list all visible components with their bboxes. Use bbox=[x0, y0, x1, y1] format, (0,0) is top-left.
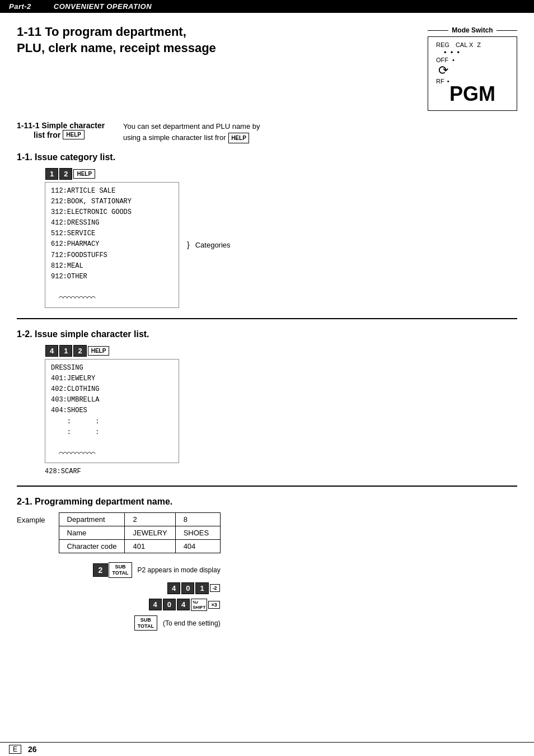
header-bar: Part-2 CONVENIENT OPERATION bbox=[0, 0, 534, 13]
mode-switch-box: REG CAL X Z • • • OFF • ⟳ RF • bbox=[428, 36, 517, 111]
step2-key-4[interactable]: 4 bbox=[167, 582, 180, 594]
dial-symbol: ⟳ bbox=[438, 63, 448, 78]
simple-char-display: DRESSING 401:JEWELRY 402:CLOTHING 403:UM… bbox=[45, 359, 179, 464]
footer: E 26 bbox=[0, 742, 534, 756]
subsection-title-left: 1-11-1 Simple character list fror HELP bbox=[17, 121, 118, 139]
categories-label-row: } Categories bbox=[187, 240, 231, 249]
issue-2-display-wrapper: DRESSING 401:JEWELRY 402:CLOTHING 403:UM… bbox=[45, 359, 517, 476]
help-key-1[interactable]: HELP bbox=[73, 169, 95, 179]
table-cell-name-jewelry: JEWELRY bbox=[125, 526, 175, 540]
section-title-line1: 1-11 To program department, bbox=[17, 24, 216, 40]
main-content: 1-11 To program department, PLU, clerk n… bbox=[0, 13, 534, 644]
table-row-dept: Department 2 8 bbox=[59, 513, 220, 526]
step1-note: P2 appears in mode display bbox=[138, 566, 221, 574]
help-key-2[interactable]: HELP bbox=[88, 346, 110, 356]
key-4[interactable]: 4 bbox=[45, 345, 58, 357]
issue-1-key-row: 1 2 HELP bbox=[45, 168, 517, 180]
issue-1-content: 1 2 HELP 112:ARTICLE SALE 212:BOOK, STAT… bbox=[45, 168, 517, 308]
key-2b[interactable]: 2 bbox=[73, 345, 86, 357]
mode-switch-area: Mode Switch REG CAL X Z • • • OFF • bbox=[428, 26, 517, 111]
programming-right: Department 2 8 Name JEWELRY SHOES Charac… bbox=[53, 512, 221, 633]
page-number: 26 bbox=[28, 745, 37, 754]
step4-subtotal-key[interactable]: SUBTOTAL bbox=[134, 615, 157, 631]
step3-key-4b[interactable]: 4 bbox=[177, 599, 190, 610]
category-display: 112:ARTICLE SALE 212:BOOK, STATIONARY 31… bbox=[45, 182, 179, 308]
divider-2 bbox=[17, 486, 517, 487]
step2-key-minus2[interactable]: -2 bbox=[210, 584, 220, 592]
table-cell-name-label: Name bbox=[59, 526, 125, 540]
programming-content: Example Department 2 8 Name JEWELRY SHOE… bbox=[17, 512, 517, 633]
subsection-1-11-1: 1-11-1 Simple character list fror HELP Y… bbox=[17, 121, 517, 143]
header-title: CONVENIENT OPERATION bbox=[54, 2, 152, 11]
categories-label: Categories bbox=[195, 241, 231, 249]
table-cell-charcode-401: 401 bbox=[125, 540, 175, 553]
step-2-row: 4 0 1 -2 bbox=[167, 582, 221, 594]
divider-1 bbox=[17, 318, 517, 319]
step2-key-1[interactable]: 1 bbox=[195, 582, 208, 594]
issue-2-title: 1-2. Issue simple character list. bbox=[17, 329, 517, 339]
issue-2-key-row: 4 1 2 HELP bbox=[45, 345, 517, 357]
step2-key-0[interactable]: 0 bbox=[181, 582, 194, 594]
scarf-label: 428:SCARF bbox=[45, 468, 517, 475]
section-title: 1-11 To program department, PLU, clerk n… bbox=[17, 24, 216, 56]
part-label: Part-2 bbox=[9, 2, 31, 11]
table-row-charcode: Character code 401 404 bbox=[59, 540, 220, 553]
subsection-title-line1: 1-11-1 Simple character bbox=[17, 121, 118, 130]
table-cell-charcode-label: Character code bbox=[59, 540, 125, 553]
step3-key-shift[interactable]: %/SHIFT bbox=[191, 599, 207, 611]
table-row-name: Name JEWELRY SHOES bbox=[59, 526, 220, 540]
issue-section-1: 1-1. Issue category list. 1 2 HELP 112:A… bbox=[17, 152, 517, 308]
subsection-title-line2: list fror HELP bbox=[17, 130, 118, 139]
section-title-row: 1-11 To program department, PLU, clerk n… bbox=[17, 24, 517, 111]
step1-key-2[interactable]: 2 bbox=[93, 563, 109, 577]
programming-title: 2-1. Programming department name. bbox=[17, 497, 517, 507]
step1-subtotal-key[interactable]: SUBTOTAL bbox=[109, 562, 132, 578]
issue-1-title: 1-1. Issue category list. bbox=[17, 152, 517, 162]
mode-switch-content: REG CAL X Z • • • OFF • ⟳ RF • bbox=[436, 41, 509, 106]
help-key-inline[interactable]: HELP bbox=[63, 130, 85, 139]
issue-2-content: 4 1 2 HELP DRESSING 401:JEWELRY 402:CLOT… bbox=[45, 345, 517, 476]
step3-key-0[interactable]: 0 bbox=[163, 599, 176, 610]
step4-note: (To end the setting) bbox=[163, 619, 221, 627]
section-title-line2: PLU, clerk name, receipt message bbox=[17, 40, 216, 57]
key-1b[interactable]: 1 bbox=[59, 345, 72, 357]
e-label: E bbox=[9, 745, 21, 754]
programming-section: 2-1. Programming department name. Exampl… bbox=[17, 497, 517, 633]
step-1-row: 2 SUBTOTAL P2 appears in mode display bbox=[92, 562, 221, 578]
step3-key-4[interactable]: 4 bbox=[149, 599, 162, 610]
subsection-description: You can set department and PLU name by u… bbox=[123, 121, 260, 143]
table-cell-name-shoes: SHOES bbox=[175, 526, 220, 540]
step-4-row: SUBTOTAL (To end the setting) bbox=[134, 615, 221, 631]
key-1[interactable]: 1 bbox=[45, 168, 58, 180]
steps-area: 2 SUBTOTAL P2 appears in mode display 4 … bbox=[53, 562, 221, 633]
step-3-row: 4 0 4 %/SHIFT ×3 bbox=[148, 599, 221, 611]
help-key-desc[interactable]: HELP bbox=[228, 133, 249, 143]
issue-section-2: 1-2. Issue simple character list. 4 1 2 … bbox=[17, 329, 517, 476]
table-cell-dept-8: 8 bbox=[175, 513, 220, 526]
table-cell-charcode-404: 404 bbox=[175, 540, 220, 553]
page: Part-2 CONVENIENT OPERATION 1-11 To prog… bbox=[0, 0, 534, 756]
mode-switch-label: Mode Switch bbox=[428, 26, 517, 34]
pgm-label: PGM bbox=[436, 82, 509, 106]
key-2[interactable]: 2 bbox=[59, 168, 72, 180]
step3-key-times3[interactable]: ×3 bbox=[208, 601, 219, 609]
category-wrapper: 112:ARTICLE SALE 212:BOOK, STATIONARY 31… bbox=[45, 182, 517, 308]
table-cell-dept-label: Department bbox=[59, 513, 125, 526]
example-label: Example bbox=[17, 516, 45, 524]
programming-table: Department 2 8 Name JEWELRY SHOES Charac… bbox=[59, 512, 221, 553]
table-cell-dept-2: 2 bbox=[125, 513, 175, 526]
